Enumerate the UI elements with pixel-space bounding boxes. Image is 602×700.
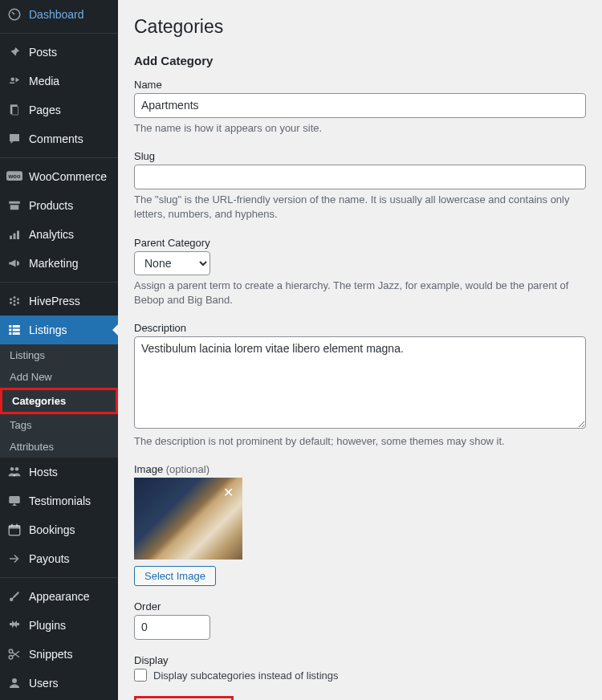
sidebar-item-snippets[interactable]: Snippets	[0, 640, 118, 669]
hosts-icon	[6, 464, 22, 480]
display-checkbox-label: Display subcategories instead of listing…	[153, 669, 339, 682]
submenu-item-attributes[interactable]: Attributes	[0, 436, 118, 458]
sidebar-item-label: Products	[29, 199, 73, 212]
display-checkbox[interactable]	[134, 669, 147, 682]
select-image-button[interactable]: Select Image	[134, 566, 216, 586]
svg-rect-24	[13, 332, 20, 335]
svg-rect-10	[14, 234, 16, 240]
field-image: Image (optional) ✕ Select Image	[134, 463, 586, 586]
svg-rect-20	[13, 325, 20, 328]
svg-point-18	[14, 300, 16, 303]
sidebar-item-products[interactable]: Products	[0, 191, 118, 220]
pin-icon	[6, 44, 22, 60]
field-display: Display Display subcategories instead of…	[134, 654, 586, 682]
sidebar-item-hivepress[interactable]: HivePress	[0, 287, 118, 315]
sidebar-item-users[interactable]: Users	[0, 669, 118, 698]
description-textarea[interactable]: Vestibulum lacinia lorem vitae libero el…	[134, 336, 586, 429]
field-name: Name The name is how it appears on your …	[134, 79, 586, 136]
testimonial-icon	[6, 493, 22, 509]
field-parent: Parent Category None Assign a parent ter…	[134, 237, 586, 307]
svg-rect-9	[10, 236, 12, 240]
sidebar-item-plugins[interactable]: Plugins	[0, 611, 118, 640]
plugin-icon	[6, 617, 22, 633]
svg-point-16	[14, 303, 16, 306]
svg-point-26	[15, 467, 19, 471]
sidebar-item-label: Testimonials	[29, 494, 91, 507]
svg-rect-11	[17, 231, 19, 240]
sidebar-item-label: Media	[29, 75, 59, 88]
comment-icon	[6, 131, 22, 147]
listings-icon	[6, 322, 22, 338]
close-icon[interactable]: ✕	[220, 484, 236, 500]
image-label: Image (optional)	[134, 463, 586, 475]
megaphone-icon	[6, 255, 22, 271]
submenu-item-tags[interactable]: Tags	[0, 414, 118, 436]
svg-rect-7	[9, 201, 20, 204]
svg-text:woo: woo	[8, 173, 21, 181]
parent-label: Parent Category	[134, 237, 586, 249]
submenu-item-categories[interactable]: Categories	[0, 388, 118, 414]
name-input[interactable]	[134, 93, 586, 118]
field-slug: Slug The "slug" is the URL-friendly vers…	[134, 150, 586, 222]
name-help: The name is how it appears on your site.	[134, 121, 586, 136]
sidebar-item-label: Hosts	[29, 466, 58, 478]
slug-input[interactable]	[134, 165, 586, 189]
sidebar-item-dashboard[interactable]: Dashboard	[0, 0, 118, 29]
sidebar-item-label: Marketing	[29, 257, 78, 270]
users-icon	[6, 675, 22, 691]
dashboard-icon	[6, 6, 22, 22]
brush-icon	[6, 588, 22, 604]
svg-rect-21	[9, 329, 11, 332]
svg-rect-8	[10, 205, 19, 210]
calendar-icon	[6, 522, 22, 538]
section-title: Add Category	[134, 54, 586, 67]
sidebar-item-woocommerce[interactable]: woo WooCommerce	[0, 162, 118, 191]
sidebar-item-label: Payouts	[29, 552, 70, 565]
svg-rect-23	[9, 332, 11, 335]
woo-icon: woo	[6, 169, 22, 185]
parent-help: Assign a parent term to create a hierarc…	[134, 279, 586, 307]
sidebar-item-label: Users	[29, 677, 59, 690]
sidebar-item-bookings[interactable]: Bookings	[0, 515, 118, 544]
svg-point-12	[10, 298, 12, 300]
hivepress-icon	[6, 293, 22, 309]
sidebar-item-label: Plugins	[29, 619, 66, 632]
image-label-text: Image	[134, 463, 163, 475]
field-order: Order	[134, 600, 586, 640]
sidebar-item-testimonials[interactable]: Testimonials	[0, 486, 118, 515]
sidebar-item-label: Appearance	[29, 590, 90, 603]
svg-point-15	[10, 302, 12, 304]
analytics-icon	[6, 226, 22, 242]
sidebar-item-listings[interactable]: Listings	[0, 315, 118, 344]
sidebar-item-label: Bookings	[29, 523, 75, 536]
order-label: Order	[134, 600, 586, 612]
svg-point-32	[10, 598, 14, 602]
svg-point-33	[9, 649, 13, 653]
svg-rect-29	[9, 526, 20, 529]
sidebar-item-payouts[interactable]: Payouts	[0, 544, 118, 573]
svg-rect-3	[12, 107, 18, 116]
submit-highlight: Add Category	[134, 696, 234, 700]
sidebar-item-hosts[interactable]: Hosts	[0, 458, 118, 486]
parent-select[interactable]: None	[134, 251, 210, 275]
submenu-item-listings[interactable]: Listings	[0, 344, 118, 366]
description-help: The description is not prominent by defa…	[134, 434, 586, 449]
svg-point-25	[10, 467, 14, 471]
sidebar-item-appearance[interactable]: Appearance	[0, 582, 118, 611]
svg-point-14	[17, 298, 19, 300]
page-icon	[6, 102, 22, 118]
sidebar-item-analytics[interactable]: Analytics	[0, 220, 118, 249]
sidebar-item-posts[interactable]: Posts	[0, 38, 118, 67]
sidebar-item-marketing[interactable]: Marketing	[0, 249, 118, 278]
svg-point-13	[14, 296, 16, 299]
display-label: Display	[134, 654, 586, 666]
sidebar-item-media[interactable]: Media	[0, 67, 118, 96]
order-input[interactable]	[134, 615, 210, 640]
sidebar-item-label: Comments	[29, 132, 83, 145]
submenu-item-add-new[interactable]: Add New	[0, 366, 118, 388]
sidebar-item-pages[interactable]: Pages	[0, 96, 118, 124]
sidebar-item-label: Snippets	[29, 648, 72, 661]
sidebar-item-label: Posts	[29, 46, 57, 59]
sidebar-item-label: Dashboard	[29, 8, 84, 21]
sidebar-item-comments[interactable]: Comments	[0, 124, 118, 153]
